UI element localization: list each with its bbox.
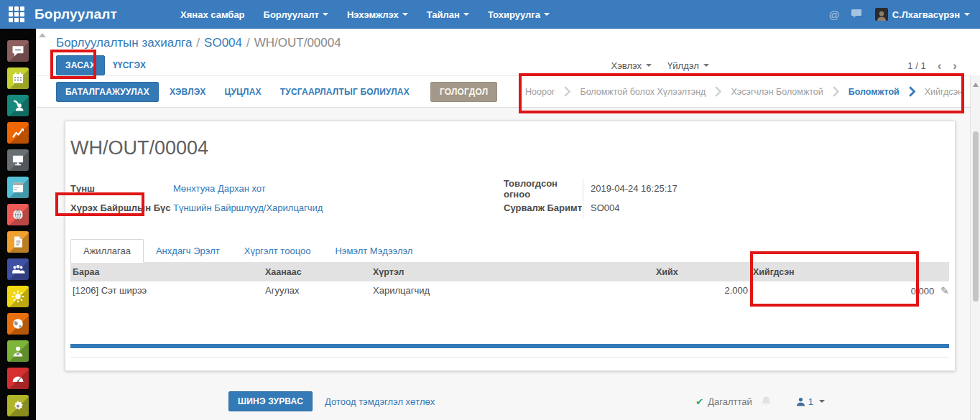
apps-grid-icon[interactable] <box>9 6 24 22</box>
chevron-down-icon <box>703 64 709 67</box>
status-steps: Ноорог Боломжтой болох Хүлээлтэнд Хэсэгч… <box>525 86 963 97</box>
chevron-right-icon <box>833 86 839 97</box>
following-toggle[interactable]: ✔ Дагалттай <box>695 396 752 407</box>
sidebar-app-settings-gear[interactable] <box>7 395 29 416</box>
menu-dashboard[interactable]: Хянах самбар <box>180 9 244 20</box>
column-header-from[interactable]: Хаанаас <box>263 262 371 281</box>
app-brand-title: Борлуулалт <box>34 6 117 22</box>
sidebar-app-world[interactable] <box>7 313 29 335</box>
sidebar-app-inventory-globe[interactable] <box>7 204 29 225</box>
monitor-icon <box>11 153 25 167</box>
breadcrumb-so004[interactable]: SO004 <box>204 36 242 50</box>
field-value-source-document: SO004 <box>583 198 949 218</box>
print-dropdown[interactable]: Хэвлэх <box>611 60 652 71</box>
breadcrumb-current: WH/OUT/00004 <box>254 36 341 50</box>
field-label-partner: Түнш <box>70 183 173 194</box>
user-avatar <box>875 8 888 21</box>
cell-todo-qty[interactable]: 2.000 <box>619 281 748 299</box>
sidebar-app-sun[interactable] <box>7 286 29 307</box>
control-panel: Борлуулалтын захиалга/SO004/WH/OUT/00004… <box>36 29 980 76</box>
edit-button[interactable]: ЗАСАХ <box>56 55 105 75</box>
following-label: Дагалттай <box>708 396 752 407</box>
status-step-partially-available[interactable]: Хэсэгчлэн Боломжтой <box>731 87 823 97</box>
create-button[interactable]: ҮҮСГЭХ <box>105 55 154 75</box>
column-header-product[interactable]: Бараа <box>70 262 263 281</box>
world-icon <box>11 317 25 331</box>
breadcrumb-sales-orders[interactable]: Борлуулалтын захиалга <box>56 36 192 50</box>
sidebar-app-website-browser[interactable] <box>7 177 29 198</box>
sun-icon <box>11 289 25 304</box>
column-header-todo[interactable]: Хийх <box>619 262 748 281</box>
pager-value: 1 / 1 <box>907 60 925 71</box>
globe-building-icon <box>11 207 25 222</box>
follower-person-icon <box>796 397 805 406</box>
breadcrumb: Борлуулалтын захиалга/SO004/WH/OUT/00004 <box>56 34 957 52</box>
tab-additional-info[interactable]: Нэмэлт Мэдээлэл <box>323 240 425 262</box>
field-value-scheduled-date: 2019-04-24 16:25:17 <box>583 179 949 198</box>
calendar-icon <box>11 71 25 85</box>
user-menu[interactable]: С.Лхагвасүрэн <box>875 8 970 21</box>
status-step-done[interactable]: Хийгдсэн <box>925 87 963 97</box>
unreserve-button[interactable]: ТУСГААРЛАЛТЫГ БОЛИУЛАХ <box>272 82 417 102</box>
menu-sales[interactable]: Борлуулалт <box>264 9 328 20</box>
sheet-divider-blue <box>70 344 949 348</box>
cell-from[interactable]: Агуулах <box>263 281 371 299</box>
notification-bell-icon[interactable] <box>761 396 772 407</box>
breadcrumb-separator: / <box>196 36 200 50</box>
sidebar-app-invoicing-document[interactable] <box>7 231 29 253</box>
sidebar-app-calendar[interactable] <box>7 67 29 89</box>
tab-initial-demand[interactable]: Анхдагч Эрэлт <box>144 240 232 262</box>
sidebar-app-discuss-chat[interactable] <box>7 40 29 62</box>
mentions-at-icon[interactable]: @ <box>828 9 839 21</box>
table-row[interactable]: [1206] Сэт ширээ Агуулах Харилцагчид 2.0… <box>70 281 949 299</box>
pager-previous-icon[interactable]: ‹ <box>938 60 942 72</box>
scrollbar-thumb[interactable] <box>973 131 979 302</box>
print-button[interactable]: ХЭВЛЭХ <box>162 82 213 102</box>
sidebar-app-employee[interactable] <box>7 340 29 362</box>
cell-to[interactable]: Харилцагчид <box>371 281 619 299</box>
vertical-scrollbar[interactable] <box>970 75 980 420</box>
cell-product[interactable]: [1206] Сэт ширээ <box>70 281 263 299</box>
followers-dropdown[interactable]: 1 <box>796 396 825 407</box>
status-step-waiting[interactable]: Боломжтой болох Хүлээлтэнд <box>580 87 706 97</box>
sidebar-app-sales-chart[interactable] <box>7 122 29 144</box>
sidebar-app-pos-monitor[interactable] <box>7 149 29 171</box>
menu-reporting[interactable]: Тайлан <box>427 9 469 20</box>
operations-table: Бараа Хаанаас Хүртэл Хийх Хийгдсэн [1206… <box>70 262 949 299</box>
field-value-partner[interactable]: Мөнхтуяа Дархан хот <box>173 183 266 194</box>
sidebar-app-dashboard-gauge[interactable] <box>7 368 29 389</box>
messages-chat-icon[interactable] <box>851 9 864 21</box>
validate-button[interactable]: БАТАЛГААЖУУЛАХ <box>56 82 159 102</box>
sidebar-app-contacts-phone[interactable] <box>7 95 29 116</box>
sheet-divider-thin <box>70 357 949 358</box>
field-value-destination-location[interactable]: Түншийн Байршлууд/Харилцагчид <box>173 202 323 213</box>
cell-done-qty[interactable]: 0.000✎ <box>748 281 949 299</box>
scroll-up-arrow-icon[interactable] <box>39 33 46 37</box>
chevron-down-icon <box>323 13 328 16</box>
form-sheet: WH/OUT/00004 Түнш Мөнхтуяа Дархан хот Хү… <box>65 121 956 371</box>
chevron-right-icon <box>909 86 915 97</box>
pager-next-icon[interactable]: › <box>953 60 957 72</box>
people-group-icon <box>11 262 25 276</box>
statusbar: БАТАЛГААЖУУЛАХ ХЭВЛЭХ ЦУЦЛАХ ТУСГААРЛАЛТ… <box>36 76 980 108</box>
table-header-row: Бараа Хаанаас Хүртэл Хийх Хийгдсэн <box>70 262 949 281</box>
main-content: Борлуулалтын захиалга/SO004/WH/OUT/00004… <box>36 29 980 420</box>
tab-shipping-calc[interactable]: Хүргэлт тооцоо <box>232 240 323 262</box>
sidebar-app-hr-people[interactable] <box>7 258 29 280</box>
column-header-done[interactable]: Хийгдсэн <box>748 262 949 281</box>
cancel-button[interactable]: ЦУЦЛАХ <box>216 82 269 102</box>
action-dropdown[interactable]: Үйлдэл <box>667 60 709 71</box>
status-step-available-active[interactable]: Боломжтой <box>849 87 900 97</box>
column-header-to[interactable]: Хүртэл <box>371 262 619 281</box>
log-internal-note-link[interactable]: Дотоод тэмдэглэл хөтлөх <box>325 396 435 407</box>
menu-settings[interactable]: Тохируулга <box>488 9 550 20</box>
new-message-button[interactable]: ШИНЭ ЗУРВАС <box>228 391 313 411</box>
scrollbar-up-arrow-icon[interactable] <box>973 83 979 87</box>
status-step-draft[interactable]: Ноорог <box>525 87 555 97</box>
tab-operations[interactable]: Ажиллагаа <box>70 239 144 263</box>
line-chart-icon <box>11 126 25 140</box>
chevron-down-icon <box>463 13 469 16</box>
edit-pencil-icon[interactable]: ✎ <box>940 285 949 297</box>
scrap-button[interactable]: ГОЛОГДОЛ <box>430 82 498 102</box>
menu-invoicing[interactable]: Нэхэмжлэх <box>347 9 408 20</box>
